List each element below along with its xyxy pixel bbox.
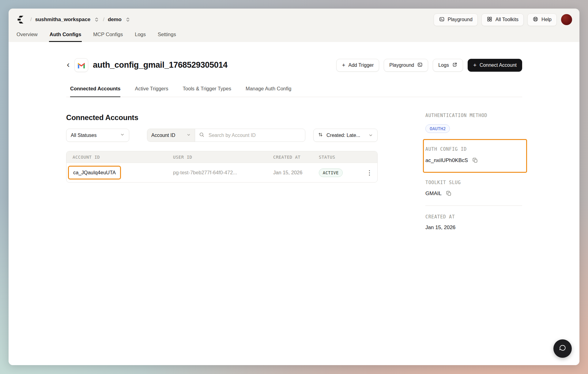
created-at-cell: Jan 15, 2026 (267, 170, 313, 176)
status-filter-select[interactable]: All Statuses (66, 129, 129, 142)
column-account-id: ACCOUNT ID (66, 155, 167, 160)
created-at-label: CREATED AT (425, 214, 525, 220)
logs-link-button[interactable]: Logs (433, 59, 463, 72)
add-trigger-button[interactable]: + Add Trigger (336, 59, 379, 72)
topbar: / sushmitha_workspace / demo (9, 9, 579, 31)
table-header: ACCOUNT ID USER ID CREATED AT STATUS (66, 151, 377, 163)
auth-config-id-label: AUTH CONFIG ID (425, 146, 523, 152)
search-icon (199, 132, 205, 139)
sort-select[interactable]: Created: Late... (313, 129, 378, 142)
help-button[interactable]: Help (527, 13, 557, 26)
all-toolkits-button-label: All Toolkits (496, 17, 518, 22)
created-at-value: Jan 15, 2026 (425, 225, 525, 231)
breadcrumb-separator: / (30, 17, 32, 23)
primary-nav-tabs: Overview Auth Configs MCP Configs Logs S… (9, 31, 579, 42)
connected-accounts-section: Connected Accounts All Statuses Account … (66, 113, 378, 183)
account-id-cell: ca_JQauIq4euUTA (66, 166, 167, 179)
breadcrumb: / sushmitha_workspace / demo (16, 14, 131, 25)
sort-value: Created: Late... (326, 133, 360, 138)
support-chat-button[interactable] (553, 339, 572, 358)
details-sidebar: AUTHENTICATION METHOD OAUTH2 AUTH CONFIG… (425, 113, 525, 231)
all-toolkits-button[interactable]: All Toolkits (481, 13, 524, 26)
search-field-select[interactable]: Account ID (147, 129, 195, 142)
chevron-down-icon (120, 132, 125, 138)
chevron-updown-icon[interactable] (125, 16, 131, 23)
connect-account-button[interactable]: + Connect Account (468, 59, 522, 72)
chat-bubble-icon (558, 344, 567, 353)
tab-connected-accounts[interactable]: Connected Accounts (70, 86, 120, 97)
tab-logs[interactable]: Logs (134, 31, 146, 42)
tab-manage-auth-config[interactable]: Manage Auth Config (246, 86, 292, 97)
section-heading: Connected Accounts (66, 113, 378, 122)
sort-arrows-icon (318, 132, 323, 138)
auth-config-id-highlight: AUTH CONFIG ID ac_nxiIUPh0KBcS (423, 139, 527, 173)
user-avatar[interactable] (561, 14, 572, 25)
table-row[interactable]: ca_JQauIq4euUTA pg-test-7beb277f-64f0-47… (66, 163, 377, 182)
page-header: ‹ auth_config_gmail_1768529305014 + Add … (66, 58, 522, 72)
tab-auth-configs[interactable]: Auth Configs (49, 31, 82, 42)
topbar-actions: Playground All Toolkits (430, 13, 572, 26)
accounts-table: ACCOUNT ID USER ID CREATED AT STATUS ca_… (66, 151, 378, 183)
playground-link-label: Playground (389, 62, 414, 68)
user-id-cell: pg-test-7beb277f-64f0-472... (167, 170, 267, 176)
terminal-playground-icon (417, 62, 423, 69)
column-created-at: CREATED AT (267, 155, 313, 160)
app-window: / sushmitha_workspace / demo (9, 9, 579, 365)
breadcrumb-separator: / (103, 17, 104, 23)
tab-overview[interactable]: Overview (16, 31, 38, 42)
composio-logo[interactable] (16, 14, 27, 25)
playground-link-button[interactable]: Playground (384, 59, 428, 72)
column-status: STATUS (313, 155, 362, 160)
auth-config-id-value: ac_nxiIUPh0KBcS (425, 157, 468, 164)
copy-icon[interactable] (472, 157, 478, 164)
toolkit-slug-value: GMAIL (425, 191, 442, 197)
status-badge: ACTIVE (319, 168, 343, 177)
workspace-selector[interactable]: sushmitha_workspace (35, 17, 90, 23)
add-trigger-label: Add Trigger (349, 62, 374, 68)
copy-icon[interactable] (446, 190, 452, 197)
tab-settings[interactable]: Settings (157, 31, 177, 42)
page-title: auth_config_gmail_1768529305014 (93, 60, 227, 70)
detail-tabs: Connected Accounts Active Triggers Tools… (66, 86, 522, 97)
back-button[interactable]: ‹ (66, 60, 72, 71)
tab-active-triggers[interactable]: Active Triggers (135, 86, 168, 97)
grid-icon (487, 16, 492, 23)
help-button-label: Help (541, 17, 552, 22)
tab-tools-trigger-types[interactable]: Tools & Trigger Types (183, 86, 231, 97)
project-selector[interactable]: demo (108, 17, 122, 23)
search-input[interactable] (208, 132, 301, 138)
search-combo: Account ID (147, 129, 305, 142)
connect-account-label: Connect Account (480, 62, 517, 68)
search-box (195, 129, 305, 142)
column-user-id: USER ID (167, 155, 267, 160)
lifebuoy-help-icon (533, 16, 538, 23)
external-link-icon (452, 62, 458, 69)
search-field-value: Account ID (151, 133, 175, 138)
chevron-down-icon (368, 133, 373, 138)
account-id-highlight: ca_JQauIq4euUTA (68, 166, 121, 179)
status-cell: ACTIVE (313, 168, 362, 177)
logs-link-label: Logs (438, 62, 449, 68)
playground-button[interactable]: Playground (434, 13, 478, 26)
chevron-updown-icon[interactable] (94, 16, 100, 23)
gmail-icon (74, 58, 88, 72)
terminal-playground-icon (439, 16, 445, 23)
authentication-method-label: AUTHENTICATION METHOD (425, 113, 525, 118)
status-filter-value: All Statuses (71, 133, 96, 138)
sidebar-divider (425, 206, 522, 206)
plus-icon: + (473, 62, 477, 68)
toolkit-slug-label: TOOLKIT SLUG (425, 180, 525, 185)
filters-row: All Statuses Account ID (66, 129, 378, 142)
oauth2-badge: OAUTH2 (425, 124, 450, 133)
chevron-down-icon (187, 133, 191, 138)
row-menu-kebab-icon[interactable]: ⋮ (362, 169, 377, 176)
content-area: ‹ auth_config_gmail_1768529305014 + Add … (9, 42, 579, 365)
playground-button-label: Playground (448, 17, 473, 22)
plus-icon: + (342, 62, 345, 68)
page-actions: + Add Trigger Playground Logs (336, 59, 522, 72)
tab-mcp-configs[interactable]: MCP Configs (92, 31, 123, 42)
